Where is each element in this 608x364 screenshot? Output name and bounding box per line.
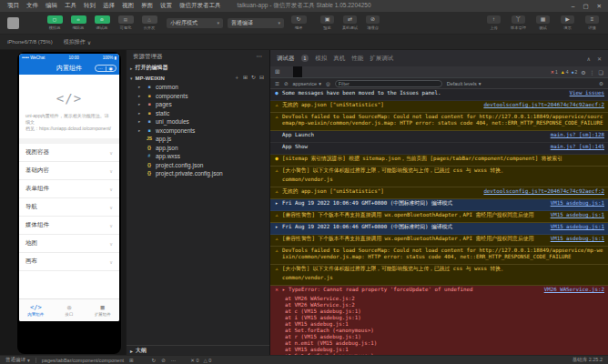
mode-select[interactable]: 小程序模式 ▾	[167, 18, 223, 28]
warning-count[interactable]: △ 0	[204, 358, 212, 363]
list-item[interactable]: 地图 ∨	[19, 235, 119, 253]
devtools-tab[interactable]	[302, 66, 311, 77]
minimize-icon[interactable]: –	[572, 3, 575, 10]
toolbar-action-button[interactable]: 丫 版本管理	[506, 15, 531, 30]
source-link[interactable]: devtoolsconfig.js?t=204674c74c92aecf:2	[476, 102, 604, 108]
issue-count-badge[interactable]: ▲ 4	[561, 69, 569, 75]
menu-item[interactable]: 项目	[4, 2, 23, 10]
maximize-icon[interactable]: ▢	[583, 3, 588, 10]
context-select[interactable]: appservice ▾	[293, 81, 321, 86]
phone-tab[interactable]: ▦ 扩展组件	[86, 299, 119, 321]
outline-section[interactable]: ▸ 大纲	[127, 345, 269, 355]
panel-toggle-button[interactable]: △ 云开发	[137, 15, 161, 30]
source-link[interactable]: VM15 asdebug.js:1	[543, 200, 604, 207]
dock-icon[interactable]: ❏	[599, 69, 603, 76]
tree-item[interactable]: # app.wxss	[127, 152, 269, 161]
toolbar-action-button[interactable]: ⇄ 真机调试	[339, 15, 361, 30]
list-item[interactable]: 基础内容 ∨	[19, 162, 119, 180]
explorer-action-icon[interactable]: ⊞	[243, 74, 248, 82]
phone-tab[interactable]: ◎ 接口	[53, 299, 86, 321]
source-link[interactable]: main.js? [sm]:145	[543, 144, 604, 150]
devtools-tab[interactable]	[348, 66, 357, 77]
devtools-tab[interactable]	[293, 66, 302, 77]
statusbar-icon[interactable]: ⊘	[161, 358, 166, 363]
panel-toggle-button[interactable]: ▢ 模拟器	[43, 15, 66, 30]
wechat-capsule[interactable]: ⋯ ◉	[95, 65, 117, 72]
eye-icon[interactable]: ◎	[326, 81, 330, 86]
debugger-header-tab[interactable]: 模拟	[315, 55, 327, 63]
current-page-path[interactable]: pages/tabBar/component/component	[42, 358, 124, 363]
menu-item[interactable]: 微信开发者工具	[176, 2, 225, 10]
list-item[interactable]: 视图容器 ∨	[19, 144, 119, 162]
menu-item[interactable]: 编辑	[42, 2, 61, 10]
debugger-header-tab[interactable]: 扩展调试	[370, 55, 393, 63]
debugger-header-tab[interactable]: 真机	[333, 55, 345, 63]
source-link[interactable]: VM15 asdebug.js:1	[543, 236, 604, 242]
kebab-menu-icon[interactable]: ⋮	[590, 69, 595, 76]
tree-item[interactable]: {} project.config.json	[127, 161, 269, 170]
home-icon[interactable]: ◉	[106, 66, 117, 71]
toolbar-action-button[interactable]: ▣ 预览	[316, 15, 339, 30]
menu-item[interactable]: 转到	[80, 2, 99, 10]
list-item[interactable]: 画布 ∨	[19, 253, 119, 271]
tree-item[interactable]: {} app.json	[127, 144, 269, 153]
explorer-action-icon[interactable]: ↻	[251, 74, 256, 82]
phone-tab[interactable]: </> 内置组件	[19, 299, 53, 321]
list-item[interactable]: 导航 ∨	[19, 198, 119, 217]
menu-item[interactable]: 工具	[61, 2, 80, 10]
menu-item[interactable]: 视图	[118, 2, 137, 10]
error-count[interactable]: ✕ 0	[190, 358, 198, 363]
source-link[interactable]: main.js? [sm]:128	[543, 132, 604, 138]
menu-item[interactable]: 设置	[157, 2, 176, 10]
source-link[interactable]: devtoolsconfig.js?t=204674c74c92aecf:2	[476, 188, 604, 195]
statusbar-icon[interactable]: ↻	[152, 358, 157, 363]
simulate-action-select[interactable]: 模拟操作 ∨	[64, 38, 91, 46]
toolbar-action-button[interactable]: ▶ 演示	[555, 15, 580, 30]
devtools-tab[interactable]	[357, 66, 366, 77]
toolbar-action-button[interactable]: ↑ 上传	[481, 15, 506, 30]
devtools-tab[interactable]	[339, 66, 348, 77]
panel-toggle-button[interactable]: ⊙ 调试器	[90, 15, 114, 30]
statusbar-icon[interactable]: ⋯	[171, 358, 177, 363]
tree-item[interactable]: JS app.js	[127, 135, 269, 144]
compile-button[interactable]: ↻ 编译	[287, 15, 310, 30]
more-icon[interactable]: ⋯	[96, 66, 106, 71]
avatar[interactable]	[7, 17, 19, 29]
menu-item[interactable]: 文件	[23, 2, 42, 10]
filter-input[interactable]	[335, 80, 442, 87]
compile-mode-select[interactable]: 普通编译 ▾	[228, 18, 284, 28]
tree-item[interactable]: ▸ ■ common	[127, 83, 269, 92]
project-root-row[interactable]: ▾ MP-WEIXIN ＋⊞↻⊟	[127, 73, 269, 83]
device-toolbar-icon[interactable]: ⊞	[270, 68, 284, 76]
more-icon[interactable]: ⋯	[257, 53, 264, 60]
clear-console-icon[interactable]: ⊘	[284, 81, 289, 86]
issue-count-badge[interactable]: ✕ 1	[551, 69, 558, 75]
compile-mode-select[interactable]: 普通编译 ▾	[5, 357, 30, 363]
source-link[interactable]: View issues	[562, 90, 604, 96]
collapse-icon[interactable]: ∧	[587, 56, 591, 62]
menu-item[interactable]: 界面	[137, 2, 157, 10]
issue-count-badge[interactable]: ● 2	[571, 69, 577, 75]
log-levels-select[interactable]: Default levels ▾	[447, 81, 481, 86]
gear-icon[interactable]: ⚙	[581, 69, 585, 76]
close-icon[interactable]: ✕	[597, 3, 602, 10]
open-editors-section[interactable]: ▸ 打开的编辑器	[127, 63, 269, 73]
close-icon[interactable]: ✕	[597, 56, 602, 62]
toolbar-action-button[interactable]: ≡ 详情	[580, 15, 604, 30]
tree-item[interactable]: ▸ ■ wxcomponents	[127, 126, 269, 136]
gear-icon[interactable]: ⚙	[599, 81, 603, 86]
devtools-tab[interactable]	[284, 66, 293, 77]
tree-item[interactable]: ▸ ■ static	[127, 109, 269, 118]
devtools-tab[interactable]	[329, 66, 339, 77]
panel-toggle-button[interactable]: ‹› 编辑器	[66, 15, 90, 30]
source-link[interactable]: VM26 WAService.js:2	[537, 287, 604, 293]
list-item[interactable]: 媒体组件 ∨	[19, 217, 119, 235]
explorer-action-icon[interactable]: ＋	[234, 74, 239, 82]
device-select[interactable]: iPhone6/7/8 (75%)	[0, 39, 53, 45]
toolbar-action-button[interactable]: ⊘ 清缓存	[361, 15, 384, 30]
source-link[interactable]: VM15 asdebug.js:1	[543, 224, 604, 230]
tree-item[interactable]: ▸ ■ components	[127, 92, 269, 101]
menu-item[interactable]: 选择	[99, 2, 118, 10]
source-link[interactable]: VM15 asdebug.js:1	[543, 212, 604, 218]
devtools-tab[interactable]	[311, 66, 320, 77]
